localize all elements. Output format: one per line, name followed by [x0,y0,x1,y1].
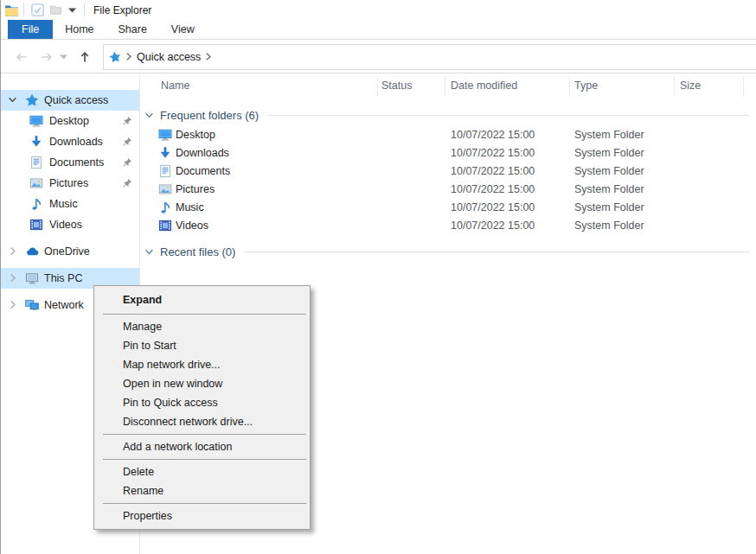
downloads-icon [158,146,172,160]
column-divider[interactable] [674,77,675,97]
sidebar-item-label: Network [44,295,84,315]
group-label[interactable]: Frequent folders (6) [160,109,259,122]
network-icon [25,298,39,312]
context-menu: ExpandManagePin to StartMap network driv… [93,285,311,530]
breadcrumb-chevron-icon[interactable] [125,53,132,60]
recent-locations-caret-icon[interactable] [60,54,67,60]
file-name[interactable]: Downloads [176,144,229,162]
chevron-collapsed-icon[interactable] [8,300,17,309]
sidebar-item-downloads[interactable]: Downloads [1,131,139,152]
sidebar-item-label: Videos [49,214,82,235]
file-rows: Desktop10/07/2022 15:00System FolderDown… [140,126,756,235]
menu-item-map-network-drive[interactable]: Map network drive... [94,355,310,374]
chevron-expanded-icon[interactable] [8,95,17,105]
menu-item-delete[interactable]: Delete [94,462,310,481]
menu-item-rename[interactable]: Rename [94,481,310,500]
file-explorer-window: File Explorer File Home Share View Quick… [0,0,756,554]
sidebar-item-music[interactable]: Music [1,194,139,214]
menu-separator [103,314,306,315]
sidebar-item-label: Pictures [49,173,88,194]
column-header-date-modified[interactable]: Date modified [451,80,517,92]
file-row-music[interactable]: Music10/07/2022 15:00System Folder [140,199,756,217]
sidebar-item-desktop[interactable]: Desktop [1,111,139,131]
menu-item-expand[interactable]: Expand [94,290,310,311]
file-name[interactable]: Music [176,199,204,217]
tab-share[interactable]: Share [106,20,159,39]
group-label[interactable]: Recent files (0) [160,245,235,258]
music-icon [158,201,172,214]
group-collapse-chevron-icon[interactable] [144,247,154,257]
column-header-type[interactable]: Type [574,80,598,92]
chevron-collapsed-icon[interactable] [8,273,17,283]
file-date-modified: 10/07/2022 15:00 [451,162,535,181]
column-divider[interactable] [569,77,570,97]
file-type: System Folder [574,199,644,217]
properties-quick-button[interactable] [31,3,44,16]
address-bar[interactable]: Quick access [103,44,756,70]
file-name[interactable]: Documents [176,162,230,181]
breadcrumb-chevron-icon[interactable] [205,53,212,60]
quick-access-star-icon [25,93,39,107]
column-divider[interactable] [743,77,744,97]
pictures-icon [158,182,172,196]
menu-separator [103,503,306,504]
sidebar-item-onedrive[interactable]: OneDrive [1,241,139,262]
videos-icon [29,218,43,232]
file-row-documents[interactable]: Documents10/07/2022 15:00System Folder [140,162,756,181]
file-name[interactable]: Videos [176,217,208,235]
menu-item-add-a-network-location[interactable]: Add a network location [94,437,310,456]
file-date-modified: 10/07/2022 15:00 [451,199,535,217]
file-name[interactable]: Pictures [176,181,215,199]
videos-icon [158,219,172,232]
file-date-modified: 10/07/2022 15:00 [451,217,535,235]
file-row-downloads[interactable]: Downloads10/07/2022 15:00System Folder [140,144,756,162]
menu-item-manage[interactable]: Manage [94,317,310,336]
file-row-pictures[interactable]: Pictures10/07/2022 15:00System Folder [140,181,756,199]
customize-toolbar-caret-icon[interactable] [68,8,76,13]
column-header-size[interactable]: Size [680,80,701,92]
documents-icon [29,156,43,169]
file-row-videos[interactable]: Videos10/07/2022 15:00System Folder [140,217,756,235]
tab-home[interactable]: Home [53,20,106,39]
sidebar-item-label: Music [49,194,78,214]
chevron-collapsed-icon[interactable] [8,246,17,256]
this-pc-icon [25,271,39,285]
up-button[interactable] [78,50,92,64]
downloads-icon [29,135,43,149]
pin-icon [122,157,132,168]
documents-icon [158,164,172,178]
toolbar-divider [84,3,85,16]
new-folder-quick-button[interactable] [49,3,62,16]
column-headers: Name Status Date modified Type Size [140,73,756,100]
pin-icon [122,178,132,188]
menu-item-pin-to-start[interactable]: Pin to Start [94,336,310,355]
file-row-desktop[interactable]: Desktop10/07/2022 15:00System Folder [140,126,756,144]
file-type: System Folder [574,162,644,181]
sidebar-item-documents[interactable]: Documents [1,152,139,173]
tab-view[interactable]: View [159,20,207,39]
breadcrumb-location[interactable]: Quick access [137,51,201,63]
group-collapse-chevron-icon[interactable] [144,111,154,120]
tab-file[interactable]: File [8,20,53,39]
menu-item-open-in-new-window[interactable]: Open in new window [94,374,310,393]
sidebar-item-label: Quick access [44,90,108,111]
pin-icon [122,116,132,126]
column-header-name[interactable]: Name [161,80,189,92]
music-icon [29,197,43,211]
forward-button[interactable] [40,50,54,64]
file-type: System Folder [574,126,644,144]
quick-access-star-icon [108,50,122,64]
back-button[interactable] [15,50,29,64]
desktop-icon [29,114,43,128]
column-divider[interactable] [445,77,445,97]
column-header-status[interactable]: Status [381,80,412,92]
file-name[interactable]: Desktop [176,126,215,144]
menu-separator [103,434,306,435]
column-divider[interactable] [377,77,378,97]
menu-item-pin-to-quick-access[interactable]: Pin to Quick access [94,393,310,412]
sidebar-item-quick-access[interactable]: Quick access [1,90,139,111]
sidebar-item-pictures[interactable]: Pictures [1,173,139,194]
menu-item-disconnect-network-drive[interactable]: Disconnect network drive... [94,412,310,431]
menu-item-properties[interactable]: Properties [94,506,310,525]
sidebar-item-videos[interactable]: Videos [1,214,139,235]
